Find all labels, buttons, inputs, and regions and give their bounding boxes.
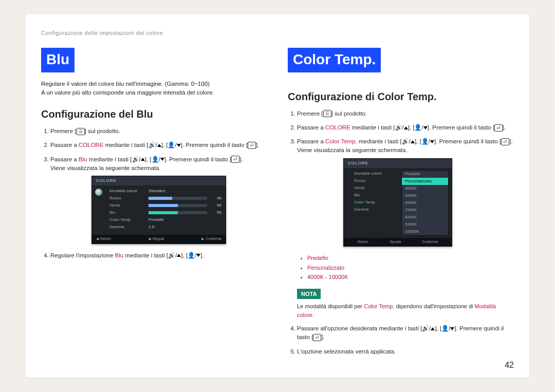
volume-up-icon: 🔊/ — [422, 325, 431, 331]
subheading-config-colortemp: Configurazione di Color Temp. — [288, 89, 514, 104]
page: Configurazione delle impostazioni del co… — [0, 0, 555, 392]
menu-button-icon: ☰ — [323, 110, 331, 117]
enter-button-icon: ⏎ — [313, 334, 321, 341]
enter-button-icon: ⏎ — [248, 142, 256, 149]
steps-blu: Premere [☰] sul prodotto. Passare a COLO… — [41, 127, 267, 260]
triangle-up-icon — [411, 140, 415, 143]
bullet-4000-10000k: 4000K - 10000K — [307, 273, 514, 282]
osd-colortemp-list: COLORE Modalità colore Rosso Verde Blu C… — [343, 158, 452, 247]
colortemp-options-bullets: Predefin Personalizzato 4000K - 10000K — [297, 254, 514, 282]
globe-icon — [95, 189, 102, 196]
steps-colortemp: Premere [☰] sul prodotto. Passare a COLO… — [288, 109, 514, 356]
section-title-colortemp: Color Temp. — [288, 48, 381, 72]
blu-step-1: Premere [☰] sul prodotto. — [50, 127, 267, 136]
blu-step-4: Regolare l'impostazione Blu mediante i t… — [50, 251, 267, 260]
people-icon: 👤/ — [414, 124, 423, 130]
enter-button-icon: ⏎ — [231, 156, 239, 163]
volume-up-icon: 🔊/ — [395, 124, 404, 130]
ct-step-5: L'opzione selezionata verrà applicata. — [297, 347, 514, 356]
triangle-up-icon — [404, 126, 408, 129]
document-sheet: Configurazione delle impostazioni del co… — [26, 14, 529, 378]
bullet-predefin: Predefin — [307, 254, 514, 263]
ct-step-3-note: Viene visualizzata la seguente schermata… — [297, 146, 514, 155]
triangle-down-icon — [423, 126, 428, 129]
blu-step-3-note: Viene visualizzata la seguente schermata… — [50, 164, 267, 173]
osd-footer: ◀Return ◆Regola ▶Conferma — [92, 235, 226, 244]
ct-step-4: Passare all'opzione desiderata mediante … — [297, 324, 514, 342]
volume-up-icon: 🔊/ — [132, 156, 141, 162]
ct-step-2: Passare a COLORE mediante i tasti [🔊/], … — [297, 123, 514, 132]
enter-button-icon: ⏎ — [501, 138, 509, 145]
blu-step-3: Passare a Blu mediante i tasti [🔊/], [👤/… — [50, 155, 267, 244]
volume-up-icon: 🔊/ — [168, 252, 177, 258]
triangle-up-icon — [157, 144, 161, 147]
enter-button-icon: ⏎ — [494, 124, 503, 132]
people-icon: 👤/ — [188, 252, 196, 258]
people-icon: 👤/ — [152, 156, 160, 162]
nota-badge: NOTA — [297, 289, 321, 300]
blu-description-1: Regolare il valore del colore blu nell'i… — [41, 80, 267, 88]
osd-colortemp-options: Predefin Personalizzato 4000K 5000K 6500… — [401, 170, 449, 236]
osd-title: COLORE — [92, 176, 226, 185]
osd-colore-blu: COLORE Modalità coloreStandard Rosso40 V… — [91, 176, 226, 244]
two-column-layout: Blu Regolare il valore del colore blu ne… — [41, 48, 514, 361]
header-breadcrumb: Configurazione delle impostazioni del co… — [41, 29, 514, 41]
page-number: 42 — [505, 359, 514, 371]
left-column: Blu Regolare il valore del colore blu ne… — [41, 48, 267, 361]
people-icon: 👤/ — [441, 325, 450, 331]
osd-footer: Return Sposta Conferma — [344, 238, 452, 247]
nota-text: Le modalità disponibili per Color Temp. … — [297, 302, 514, 319]
people-icon: 👤/ — [168, 142, 176, 148]
bullet-personalizzato: Personalizzato — [307, 264, 514, 272]
subheading-config-blu: Configurazione del Blu — [41, 106, 267, 122]
people-icon: 👤/ — [421, 138, 430, 144]
section-title-blu: Blu — [41, 48, 75, 72]
triangle-up-icon — [141, 158, 145, 161]
osd-title: COLORE — [344, 159, 452, 168]
menu-button-icon: ☰ — [77, 128, 85, 135]
triangle-down-icon — [160, 158, 164, 161]
ct-step-1: Premere [☰] sul prodotto. — [297, 109, 514, 118]
volume-up-icon: 🔊/ — [149, 142, 157, 148]
ct-step-3: Passare a Color Temp. mediante i tasti [… — [297, 137, 514, 319]
right-column: Color Temp. Configurazione di Color Temp… — [288, 48, 514, 361]
blu-description-2: A un valore più alto corrisponde una mag… — [41, 88, 267, 97]
volume-up-icon: 🔊/ — [402, 138, 411, 144]
triangle-down-icon — [430, 140, 434, 143]
blu-step-2: Passare a COLORE mediante i tasti [🔊/], … — [50, 141, 267, 150]
triangle-down-icon — [177, 144, 181, 147]
